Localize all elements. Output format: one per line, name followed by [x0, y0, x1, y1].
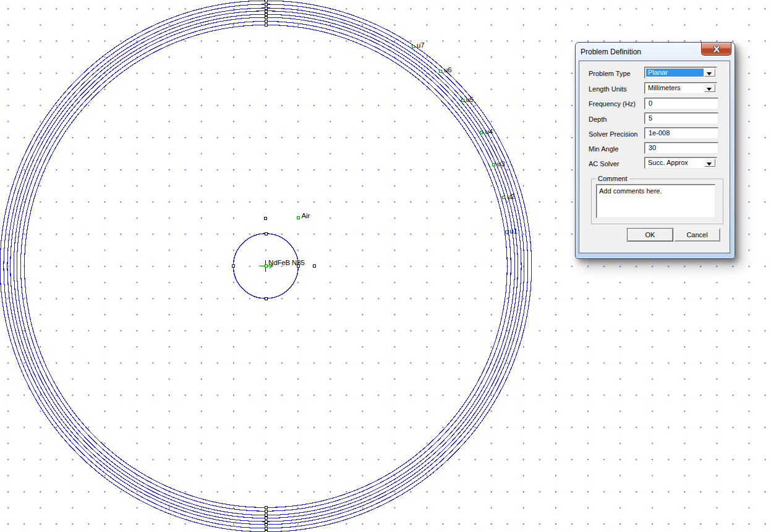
- svg-text:u7: u7: [417, 41, 425, 49]
- svg-text:u1: u1: [510, 227, 518, 235]
- svg-text:u4: u4: [485, 128, 493, 135]
- svg-text:u5: u5: [466, 96, 474, 103]
- svg-text:Air: Air: [302, 212, 310, 219]
- svg-text:u3: u3: [497, 160, 505, 167]
- svg-text:u2: u2: [507, 193, 515, 200]
- svg-text:u6: u6: [444, 66, 452, 74]
- svg-text:NdFeB N35: NdFeB N35: [268, 259, 305, 266]
